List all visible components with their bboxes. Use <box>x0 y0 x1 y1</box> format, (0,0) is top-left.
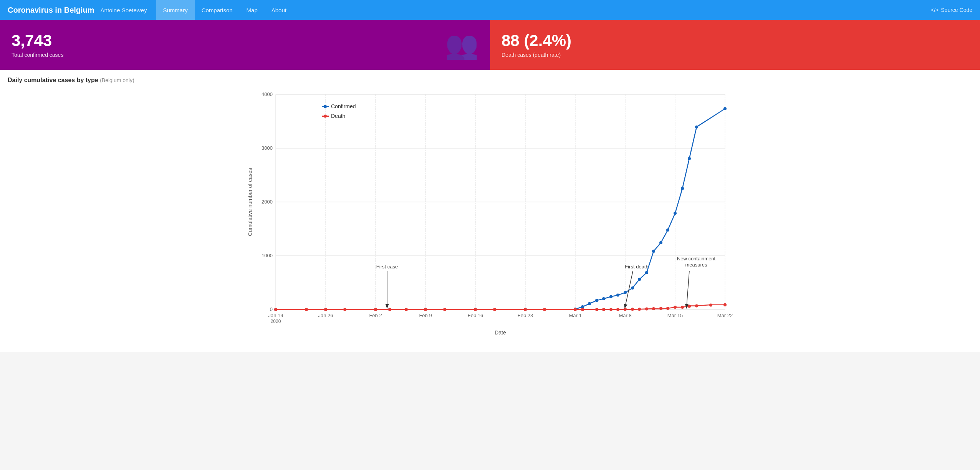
death-cases-card: 88 (2.4%) Death cases (death rate) <box>490 20 980 70</box>
svg-text:2000: 2000 <box>262 199 273 205</box>
confirmed-dot <box>674 212 677 215</box>
svg-text:Mar 15: Mar 15 <box>667 313 683 318</box>
confirmed-cases-number: 3,743 <box>12 32 478 50</box>
confirmed-dot <box>631 286 634 290</box>
death-dot <box>443 308 446 311</box>
svg-text:New containment: New containment <box>677 256 716 261</box>
death-dot <box>674 306 677 309</box>
svg-text:1000: 1000 <box>262 253 273 258</box>
chart-section: Daily cumulative cases by type (Belgium … <box>0 70 980 352</box>
death-dot <box>616 308 619 311</box>
confirmed-dot <box>645 271 648 274</box>
nav-about[interactable]: About <box>265 0 293 20</box>
death-dot <box>602 308 605 311</box>
death-dot <box>638 308 641 311</box>
death-dot <box>652 307 655 310</box>
death-dot <box>688 305 691 308</box>
svg-text:Feb 16: Feb 16 <box>468 313 483 318</box>
chart-svg: 0 1000 2000 3000 4000 Jan 19 2020 Jan 26… <box>8 87 972 348</box>
death-dot <box>424 308 427 311</box>
svg-text:Mar 8: Mar 8 <box>619 313 631 318</box>
death-dot <box>374 308 377 311</box>
death-dot <box>595 308 598 311</box>
svg-text:Jan 19: Jan 19 <box>268 313 283 318</box>
confirmed-dot <box>638 278 641 281</box>
source-code-link[interactable]: </> Source Code <box>931 7 972 13</box>
nav-map[interactable]: Map <box>240 0 265 20</box>
svg-line-38 <box>687 271 689 306</box>
nav-summary[interactable]: Summary <box>156 0 195 20</box>
svg-text:Feb 9: Feb 9 <box>419 313 432 318</box>
chart-title: Daily cumulative cases by type (Belgium … <box>8 77 972 84</box>
svg-text:Mar 1: Mar 1 <box>569 313 581 318</box>
death-cases-label: Death cases (death rate) <box>502 52 968 58</box>
confirmed-dot <box>581 305 584 308</box>
confirmed-cases-label: Total confirmed cases <box>12 52 478 58</box>
confirmed-dot <box>695 126 698 129</box>
chart-title-subtitle: (Belgium only) <box>100 77 134 83</box>
death-dot <box>274 308 277 311</box>
confirmed-legend-label: Confirmed <box>331 103 356 109</box>
svg-text:2020: 2020 <box>271 319 281 324</box>
app-title: Coronavirus in Belgium <box>8 6 94 15</box>
svg-text:Jan 26: Jan 26 <box>318 313 333 318</box>
death-dot <box>709 304 712 307</box>
nav-links: Summary Comparison Map About <box>156 0 293 20</box>
confirmed-line <box>276 109 725 309</box>
confirmed-dot <box>602 297 605 300</box>
death-dot <box>324 308 327 311</box>
author-name: Antoine Soetewey <box>101 7 147 13</box>
people-icon: 👥 <box>445 29 478 61</box>
confirmed-dot <box>609 295 612 298</box>
death-dot <box>524 308 527 311</box>
chart-container: 0 1000 2000 3000 4000 Jan 19 2020 Jan 26… <box>8 87 972 348</box>
death-dot <box>681 306 684 309</box>
confirmed-dot <box>652 250 655 253</box>
death-cases-number: 88 (2.4%) <box>502 32 968 50</box>
death-dot <box>723 303 727 306</box>
confirmed-legend-dot <box>324 105 327 108</box>
svg-text:Mar 22: Mar 22 <box>717 313 733 318</box>
svg-text:Feb 23: Feb 23 <box>518 313 533 318</box>
confirmed-dot <box>681 187 684 190</box>
svg-text:4000: 4000 <box>262 91 273 97</box>
source-code-label: Source Code <box>941 7 972 13</box>
chart-title-main: Daily cumulative cases by type <box>8 77 98 83</box>
death-legend-label: Death <box>331 113 345 119</box>
navigation: Coronavirus in Belgium Antoine Soetewey … <box>0 0 980 20</box>
confirmed-cases-card: 3,743 Total confirmed cases 👥 <box>0 20 490 70</box>
death-dot <box>695 305 698 308</box>
death-dot <box>609 308 612 311</box>
death-dot <box>405 308 408 311</box>
death-dot <box>581 308 584 311</box>
death-dot <box>388 308 391 311</box>
death-dot <box>305 308 308 311</box>
death-dot <box>343 308 346 311</box>
source-code-icon: </> <box>931 7 939 13</box>
svg-text:Feb 2: Feb 2 <box>369 313 382 318</box>
nav-comparison[interactable]: Comparison <box>195 0 240 20</box>
svg-text:First case: First case <box>376 264 398 270</box>
death-dot <box>659 307 662 310</box>
confirmed-dot <box>616 294 619 297</box>
confirmed-dot <box>659 241 662 244</box>
death-dot <box>493 308 496 311</box>
death-dot <box>631 308 634 311</box>
svg-text:3000: 3000 <box>262 145 273 151</box>
confirmed-dot <box>588 302 591 305</box>
death-dot <box>474 308 477 311</box>
svg-text:Cumulative number of cases: Cumulative number of cases <box>247 168 253 236</box>
death-dot <box>543 308 546 311</box>
death-dot <box>645 308 648 311</box>
svg-text:0: 0 <box>270 306 273 312</box>
confirmed-dot <box>723 107 727 110</box>
death-legend-dot <box>324 115 327 118</box>
confirmed-dot <box>595 299 598 302</box>
stats-row: 3,743 Total confirmed cases 👥 88 (2.4%) … <box>0 20 980 70</box>
confirmed-dot <box>666 228 669 232</box>
death-line <box>276 305 725 309</box>
confirmed-dot <box>624 291 627 294</box>
confirmed-dot <box>688 157 691 160</box>
death-dot <box>624 308 627 311</box>
svg-text:First death: First death <box>625 264 648 270</box>
